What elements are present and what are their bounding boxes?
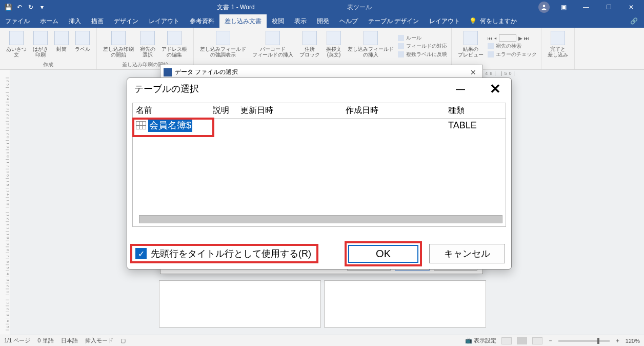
status-page[interactable]: 1/1 ページ bbox=[4, 337, 30, 344]
tab-developer[interactable]: 開発 bbox=[312, 14, 334, 28]
qat-customize-icon[interactable]: ▾ bbox=[38, 3, 46, 11]
rules-button[interactable]: ルール bbox=[398, 34, 447, 42]
barcode-button[interactable]: バーコード フィールドの挿入 bbox=[250, 30, 295, 63]
label-card bbox=[159, 280, 321, 328]
zoom-out-button[interactable]: － bbox=[548, 337, 553, 344]
checkbox-label: 先頭行をタイトル行として使用する(R) bbox=[151, 247, 311, 260]
tab-layout[interactable]: レイアウト bbox=[144, 14, 185, 28]
tab-insert[interactable]: 挿入 bbox=[64, 14, 86, 28]
check-errors-button[interactable]: エラーのチェック bbox=[488, 51, 537, 58]
undo-icon[interactable]: ↶ bbox=[15, 3, 24, 11]
document-title: 文書 1 - Word bbox=[217, 3, 254, 12]
first-row-header-checkbox[interactable]: ✓ 先頭行をタイトル行として使用する(R) bbox=[130, 244, 318, 263]
vertical-ruler: |25| |24|23|22|21|20|19|18|17|16|15|14|1… bbox=[0, 70, 10, 338]
highlight-fields-button[interactable]: 差し込みフィールド の強調表示 bbox=[198, 30, 248, 63]
ribbon-display-options-icon[interactable]: ▣ bbox=[553, 0, 574, 14]
contextual-tools-label: 表ツール bbox=[347, 3, 372, 12]
update-labels-button[interactable]: 複数ラベルに反映 bbox=[398, 51, 447, 58]
edit-recipients-button[interactable]: アドレス帳 の編集 bbox=[159, 30, 189, 61]
ok-button[interactable]: OK bbox=[348, 245, 418, 263]
table-row-name: 会員名簿$ bbox=[148, 119, 192, 132]
save-icon[interactable]: 💾 bbox=[4, 3, 12, 11]
zoom-in-button[interactable]: ＋ bbox=[615, 337, 620, 344]
horizontal-scrollbar[interactable] bbox=[139, 215, 502, 223]
greeting-line-button[interactable]: 挨拶文 (英文) bbox=[324, 30, 344, 63]
finish-merge-button[interactable]: 完了と 差し込み bbox=[546, 30, 570, 63]
checkbox-checked-icon: ✓ bbox=[135, 248, 147, 259]
tab-references[interactable]: 参考資料 bbox=[185, 14, 219, 28]
col-desc[interactable]: 説明 bbox=[210, 103, 237, 118]
minimize-button[interactable]: — bbox=[575, 0, 597, 14]
insert-merge-field-button[interactable]: 差し込みフィールド の挿入 bbox=[346, 30, 396, 63]
share-button[interactable]: 🔗 bbox=[624, 14, 644, 28]
view-read-mode-icon[interactable] bbox=[501, 337, 512, 344]
redo-icon[interactable]: ↻ bbox=[27, 3, 35, 11]
tab-design[interactable]: デザイン bbox=[109, 14, 144, 28]
record-nav[interactable]: ⏮ ◀▶ ⏭ bbox=[488, 34, 537, 42]
zoom-slider[interactable] bbox=[558, 340, 610, 342]
hagaki-button[interactable]: はがき 印刷 bbox=[31, 30, 50, 61]
label-card bbox=[324, 280, 486, 328]
display-settings-button[interactable]: 📺 表示設定 bbox=[465, 337, 496, 344]
table-row[interactable]: 会員名簿$ TABLE bbox=[133, 119, 506, 132]
col-type[interactable]: 種類 bbox=[445, 103, 506, 118]
table-list[interactable]: 名前 説明 更新日時 作成日時 種類 会員名簿$ TABLE bbox=[132, 103, 506, 227]
status-language[interactable]: 日本語 bbox=[61, 337, 78, 344]
dialog-close-button[interactable]: ✕ bbox=[487, 80, 504, 98]
svg-point-0 bbox=[543, 5, 546, 7]
view-print-layout-icon[interactable] bbox=[517, 337, 527, 344]
ribbon-tabs: ファイル ホーム 挿入 描画 デザイン レイアウト 参考資料 差し込み文書 校閲… bbox=[0, 14, 644, 28]
account-avatar[interactable] bbox=[538, 2, 550, 13]
cancel-button[interactable]: キャンセル bbox=[429, 244, 505, 263]
file-dialog-title: データ ファイルの選択 bbox=[175, 68, 238, 76]
table-row-type: TABLE bbox=[445, 120, 506, 131]
match-fields-button[interactable]: フィールドの対応 bbox=[398, 43, 447, 50]
tab-table-design[interactable]: テーブル デザイン bbox=[363, 14, 424, 28]
table-select-title: テーブルの選択 bbox=[134, 83, 199, 95]
tab-mailings[interactable]: 差し込み文書 bbox=[219, 14, 267, 28]
document-area: |25| |24|23|22|21|20|19|18|17|16|15|14|1… bbox=[0, 70, 644, 338]
tab-table-layout[interactable]: レイアウト bbox=[424, 14, 465, 28]
address-block-button[interactable]: 住所 ブロック bbox=[297, 30, 322, 63]
word-icon bbox=[164, 68, 172, 76]
col-name[interactable]: 名前 bbox=[133, 103, 210, 118]
dialog-minimize-button[interactable]: — bbox=[452, 80, 469, 98]
start-merge-button[interactable]: 差し込み印刷 の開始 bbox=[101, 30, 136, 61]
tab-help[interactable]: ヘルプ bbox=[334, 14, 363, 28]
zoom-level[interactable]: 120% bbox=[626, 338, 640, 344]
view-web-layout-icon[interactable] bbox=[532, 337, 542, 344]
tab-review[interactable]: 校閲 bbox=[267, 14, 289, 28]
ribbon-body: あいさつ 文 はがき 印刷 封筒 ラベル 作成 差し込み印刷 の開始 宛先の 選… bbox=[0, 28, 644, 70]
tab-home[interactable]: ホーム bbox=[35, 14, 64, 28]
macro-record-icon[interactable]: ▢ bbox=[120, 337, 126, 344]
envelope-button[interactable]: 封筒 bbox=[52, 30, 71, 61]
horizontal-ruler-marks: |48| |50| bbox=[482, 71, 517, 76]
quick-access-toolbar: 💾 ↶ ↻ ▾ bbox=[0, 3, 50, 11]
status-insert-mode[interactable]: 挿入モード bbox=[85, 337, 113, 344]
tell-me-search[interactable]: 💡 何をしますか bbox=[469, 14, 517, 28]
status-bar: 1/1 ページ 0 単語 日本語 挿入モード ▢ 📺 表示設定 － ＋ 120% bbox=[0, 335, 644, 346]
table-icon bbox=[136, 121, 146, 129]
title-bar: 💾 ↶ ↻ ▾ 文書 1 - Word 表ツール ▣ — ☐ ✕ bbox=[0, 0, 644, 14]
dialog-maximize-button[interactable] bbox=[469, 80, 487, 98]
maximize-button[interactable]: ☐ bbox=[598, 0, 619, 14]
col-updated[interactable]: 更新日時 bbox=[237, 103, 343, 118]
status-words[interactable]: 0 単語 bbox=[37, 337, 53, 344]
file-dialog-close-icon[interactable]: ✕ bbox=[467, 68, 479, 76]
tab-view[interactable]: 表示 bbox=[289, 14, 312, 28]
close-button[interactable]: ✕ bbox=[620, 0, 642, 14]
table-select-dialog: テーブルの選択 — ✕ 名前 説明 更新日時 作成日時 種類 会員名簿$ bbox=[127, 78, 512, 270]
lightbulb-icon: 💡 bbox=[469, 17, 477, 25]
col-created[interactable]: 作成日時 bbox=[343, 103, 445, 118]
table-list-header: 名前 説明 更新日時 作成日時 種類 bbox=[133, 103, 506, 119]
greeting-button[interactable]: あいさつ 文 bbox=[4, 30, 29, 61]
label-button[interactable]: ラベル bbox=[73, 30, 92, 61]
select-recipients-button[interactable]: 宛先の 選択 bbox=[138, 30, 157, 61]
tab-file[interactable]: ファイル bbox=[0, 14, 35, 28]
tab-draw[interactable]: 描画 bbox=[86, 14, 109, 28]
ok-button-highlight: OK bbox=[345, 241, 422, 266]
find-recipient-button[interactable]: 宛先の検索 bbox=[488, 43, 537, 50]
group-create-label: 作成 bbox=[4, 61, 92, 68]
preview-results-button[interactable]: 結果の プレビュー bbox=[456, 30, 486, 63]
